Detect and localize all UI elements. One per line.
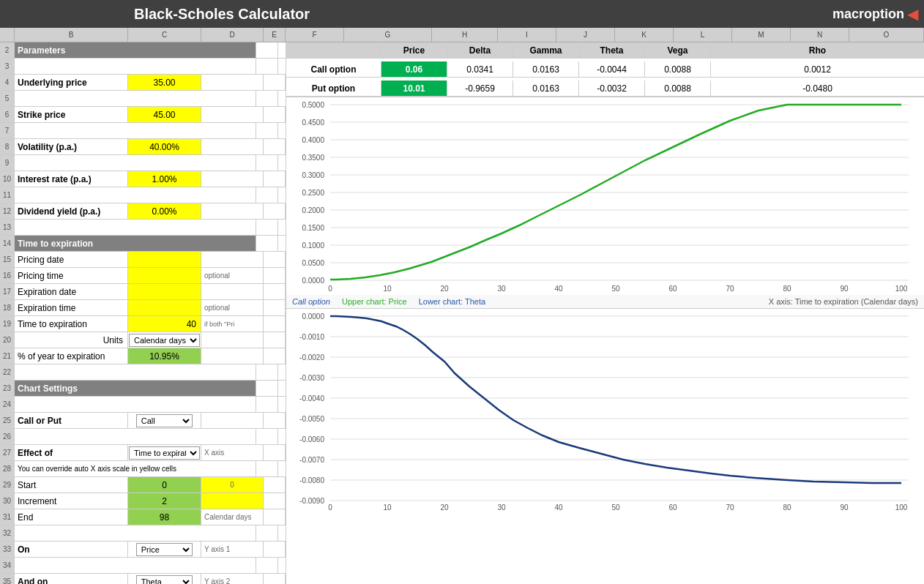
svg-text:90: 90 [840,285,849,293]
row-num-14: 14 [0,236,15,251]
svg-text:0.2000: 0.2000 [302,206,324,214]
row-num-19: 19 [0,316,15,332]
svg-text:-0.0040: -0.0040 [299,394,324,403]
interest-rate-input[interactable]: 1.00% [128,171,201,187]
cell-7b [15,123,256,138]
row-num-16: 16 [0,268,15,283]
col-header-l: L [674,28,732,42]
svg-text:20: 20 [440,285,449,293]
row-num-29: 29 [0,477,15,493]
pricing-date-input[interactable] [128,252,201,267]
on-select[interactable]: Price Delta Gamma Theta Vega Rho [136,543,193,556]
row-num-7: 7 [0,123,15,138]
cell-33e [264,542,286,557]
call-label: Call option [286,61,381,77]
cell-9b [15,155,256,171]
svg-text:-0.0010: -0.0010 [299,333,324,341]
expiration-date-input[interactable] [128,284,201,299]
cell-13e [256,220,278,235]
on-dropdown-cell[interactable]: Price Delta Gamma Theta Vega Rho [128,542,201,557]
svg-text:80: 80 [783,503,791,512]
cell-15e [264,252,286,267]
row-33: 33 On Price Delta Gamma Theta Vega Rho Y… [0,542,286,558]
cell-31e [264,509,286,525]
strike-price-input[interactable]: 45.00 [128,107,201,122]
pricing-time-input[interactable] [128,268,201,283]
cell-4e [264,75,286,90]
expiration-date-label: Expiration date [15,284,128,299]
pricing-date-label: Pricing date [15,252,128,267]
cell-26b [15,429,256,444]
svg-text:0.0000: 0.0000 [302,312,324,321]
and-on-select[interactable]: Theta Price Delta Gamma Vega Rho [136,575,193,585]
svg-text:-0.0060: -0.0060 [299,435,324,443]
tte-value[interactable]: 40 [128,316,201,332]
row-20: 20 Units Calendar days [0,332,286,348]
col-header-f: F [286,28,344,42]
dividend-yield-label: Dividend yield (p.a.) [15,203,128,219]
increment-value: 2 [128,493,201,509]
row-7: 7 [0,123,286,139]
start-value2[interactable]: 0 [201,477,264,493]
row-num-28: 28 [0,461,15,476]
row-28: 28 You can override auto X axis scale in… [0,461,286,477]
cell-22e [256,364,278,380]
row-num-13: 13 [0,220,15,235]
row-num-20: 20 [0,332,15,348]
cell-2e [256,42,278,58]
chart-legend-xaxis: X axis: Time to expiration (Calendar day… [769,297,918,306]
cell-10e [264,171,286,187]
volatility-input[interactable]: 40.00% [128,139,201,154]
svg-text:80: 80 [783,285,791,293]
and-on-dropdown-cell[interactable]: Theta Price Delta Gamma Vega Rho [128,574,201,584]
units-select[interactable]: Calendar days [129,334,200,347]
row-14: 14 Time to expiration [0,236,286,252]
expiration-time-input[interactable] [128,300,201,315]
row-num-35: 35 [0,574,15,584]
dividend-yield-input[interactable]: 0.00% [128,203,201,219]
upper-chart-container: .chart-axis-text { font-size: 10px; fill… [286,97,924,295]
cell-24e [256,397,278,412]
call-or-put-label: Call or Put [15,413,128,428]
col-header-k: K [615,28,674,42]
cell-9e [256,155,278,171]
col-header-i: I [498,28,556,42]
svg-text:0.5000: 0.5000 [302,101,324,109]
pricing-time-optional: optional [201,268,264,283]
call-or-put-select[interactable]: Call Put [136,414,193,427]
units-dropdown-cell[interactable]: Calendar days [128,332,201,348]
underlying-price-input[interactable]: 35.00 [128,75,201,90]
lower-chart-line [330,316,901,483]
put-option-row: Put option 10.01 -0.9659 0.0163 -0.0032 … [286,81,924,97]
cell-20d [201,332,264,348]
col-header-b: B [15,28,128,42]
col-header-c: C [128,28,201,42]
cell-6d [201,107,264,122]
row-num-3: 3 [0,59,15,74]
row-16: 16 Pricing time optional [0,268,286,284]
row-num-5: 5 [0,91,15,106]
increment-value2[interactable] [201,493,264,509]
svg-text:30: 30 [497,285,506,293]
call-or-put-dropdown-cell[interactable]: Call Put [128,413,201,428]
svg-text:0.2500: 0.2500 [302,189,324,197]
effect-of-select[interactable]: Time to expiration Underlying price Vola… [129,446,200,460]
row-num-18: 18 [0,300,15,315]
row-num-2: 2 [0,42,15,58]
row-34: 34 [0,558,286,574]
cell-21d [201,348,264,364]
cell-32e [256,525,278,541]
row-num-32: 32 [0,525,15,541]
col-header-g: G [344,28,432,42]
row-12: 12 Dividend yield (p.a.) 0.00% [0,203,286,220]
row-num-10: 10 [0,171,15,187]
put-delta: -0.9659 [447,81,513,96]
cell-12d [201,203,264,219]
chart-legend-call: Call option [292,297,330,306]
row-num-17: 17 [0,284,15,299]
effect-of-dropdown-cell[interactable]: Time to expiration Underlying price Vola… [128,445,201,460]
row-23: 23 Chart Settings [0,381,286,397]
row-num-22: 22 [0,364,15,380]
call-gamma: 0.0163 [513,61,579,77]
cell-19e [264,316,286,332]
